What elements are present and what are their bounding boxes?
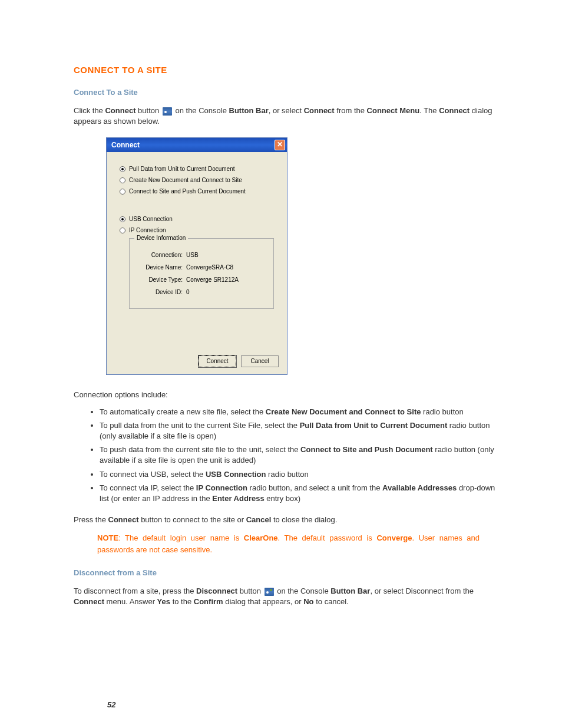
connect-dialog: Connect ✕ Pull Data from Unit to Current… — [106, 137, 287, 375]
list-item: To automatically create a new site file,… — [100, 407, 503, 417]
info-value: ConvergeSRA-C8 — [186, 264, 233, 271]
connect-icon — [163, 107, 172, 116]
radio-icon — [120, 216, 125, 222]
options-list: To automatically create a new site file,… — [100, 407, 503, 505]
disconnect-icon — [265, 588, 274, 596]
radio-icon — [120, 166, 125, 172]
section-disconnect-title: Disconnect from a Site — [74, 568, 503, 577]
list-item: To pull data from the unit to the curren… — [100, 420, 503, 442]
intro-paragraph: Click the Connect button on the Console … — [74, 106, 503, 127]
list-item: To push data from the current site file … — [100, 444, 503, 466]
info-value: Converge SR1212A — [186, 276, 239, 283]
options-intro: Connection options include: — [74, 390, 503, 400]
dialog-title: Connect — [111, 141, 140, 149]
info-value: 0 — [186, 289, 190, 295]
dialog-titlebar: Connect ✕ — [107, 138, 287, 152]
page-number: 52 — [107, 700, 115, 709]
radio-create-new[interactable]: Create New Document and Connect to Site — [120, 177, 274, 183]
page-heading: CONNECT TO A SITE — [74, 65, 503, 75]
radio-icon — [120, 177, 125, 183]
info-label: Connection: — [139, 252, 186, 258]
connect-button[interactable]: Connect — [199, 355, 236, 367]
press-line: Press the Connect button to connect to t… — [74, 515, 503, 525]
section-connect-title: Connect To a Site — [74, 88, 503, 97]
note-text: NOTE: The default login user name is Cle… — [97, 532, 480, 555]
info-value: USB — [186, 252, 199, 258]
radio-usb-connection[interactable]: USB Connection — [120, 216, 274, 222]
info-label: Device Type: — [139, 276, 186, 283]
radio-icon — [120, 228, 125, 233]
close-icon[interactable]: ✕ — [275, 140, 285, 150]
list-item: To connect via IP, select the IP Connect… — [100, 483, 503, 504]
info-label: Device ID: — [139, 289, 186, 295]
list-item: To connect via USB, select the USB Conne… — [100, 469, 503, 480]
fieldset-legend: Device Information — [134, 235, 188, 241]
radio-pull-data[interactable]: Pull Data from Unit to Current Document — [120, 166, 274, 172]
radio-ip-connection[interactable]: IP Connection — [120, 227, 274, 233]
radio-push-data[interactable]: Connect to Site and Push Current Documen… — [120, 188, 274, 195]
info-label: Device Name: — [139, 264, 186, 271]
cancel-button[interactable]: Cancel — [241, 355, 279, 367]
disconnect-paragraph: To disconnect from a site, press the Dis… — [74, 586, 503, 607]
radio-icon — [120, 189, 125, 195]
device-info-fieldset: Device Information Connection:USB Device… — [129, 238, 274, 309]
